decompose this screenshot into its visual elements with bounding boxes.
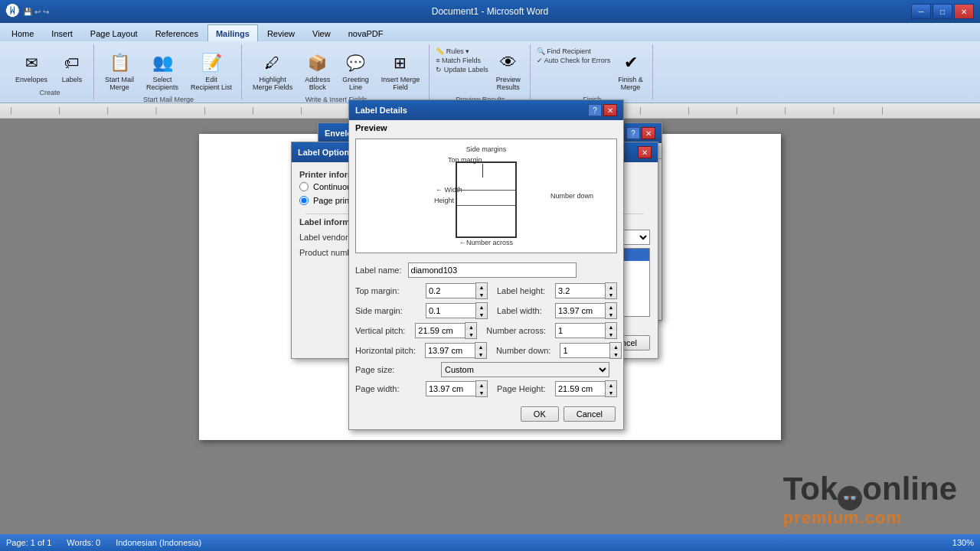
label-width-down-btn[interactable]: ▼: [606, 311, 616, 318]
vertical-pitch-down-btn[interactable]: ▼: [466, 331, 476, 338]
label-height-down-btn[interactable]: ▼: [606, 291, 616, 298]
preview-results-icon: 👁: [496, 51, 521, 75]
select-recipients-label: SelectRecipients: [146, 76, 178, 91]
horizontal-pitch-spinner[interactable]: ▲ ▼: [425, 342, 487, 359]
label-height-input[interactable]: [555, 283, 605, 298]
side-margin-spinner[interactable]: ▲ ▼: [426, 302, 488, 319]
label-height-up-btn[interactable]: ▲: [606, 283, 616, 291]
label-details-title: Label Details: [355, 106, 407, 115]
envelopes-icon: ✉: [19, 51, 44, 75]
number-down-down-btn[interactable]: ▼: [610, 350, 621, 358]
side-margin-input[interactable]: [426, 303, 475, 318]
number-down-up-btn[interactable]: ▲: [610, 343, 621, 350]
tab-home[interactable]: Home: [3, 24, 42, 41]
number-down-label-text: Number down:: [496, 346, 551, 355]
page-width-up-btn[interactable]: ▲: [476, 381, 487, 389]
address-block-icon: 📦: [305, 51, 330, 75]
top-margin-spinner[interactable]: ▲ ▼: [426, 282, 488, 299]
page-height-spinner[interactable]: ▲ ▼: [555, 380, 617, 397]
finish-merge-button[interactable]: ✔ Finish &Merge: [613, 47, 648, 94]
row-page-size: Page size: Custom A4 Letter Legal: [355, 362, 617, 377]
envelopes-help-button[interactable]: ?: [626, 127, 640, 139]
title-bar-left: 🅦 💾 ↩ ↪: [6, 4, 49, 20]
rules-item[interactable]: 📏 Rules ▾: [436, 47, 488, 55]
auto-check-item[interactable]: ✓ Auto Check for Errors: [537, 57, 611, 64]
page-size-select[interactable]: Custom A4 Letter Legal: [441, 362, 609, 377]
vertical-pitch-input[interactable]: [415, 323, 465, 338]
greeting-line-button[interactable]: 💬 GreetingLine: [338, 47, 374, 94]
edit-recipient-list-icon: 📝: [199, 51, 224, 75]
number-down-spinner[interactable]: ▲ ▼: [560, 342, 622, 359]
tab-view[interactable]: View: [304, 24, 339, 41]
top-margin-down-btn[interactable]: ▼: [476, 291, 487, 298]
label-details-close-button[interactable]: ✕: [603, 104, 617, 116]
top-margin-input[interactable]: [426, 283, 475, 298]
ribbon-group-preview: 📏 Rules ▾ ≡ Match Fields ↻ Update Labels…: [431, 44, 531, 99]
label-details-title-bar: Label Details ? ✕: [349, 100, 623, 120]
label-width-up-btn[interactable]: ▲: [606, 303, 616, 311]
start-mail-merge-button[interactable]: 📋 Start MailMerge: [100, 47, 139, 94]
tab-references[interactable]: References: [147, 24, 207, 41]
envelopes-button[interactable]: ✉ Envelopes: [11, 47, 52, 86]
insert-merge-field-button[interactable]: ⊞ Insert MergeField: [377, 47, 425, 94]
continuous-feed-radio[interactable]: [299, 182, 309, 191]
preview-label-text: Preview: [355, 123, 387, 132]
side-margin-up-btn[interactable]: ▲: [476, 303, 487, 311]
tab-review[interactable]: Review: [259, 24, 303, 41]
label-details-dialog: Label Details ? ✕ Preview Side margins T…: [348, 99, 624, 430]
address-block-button[interactable]: 📦 AddressBlock: [300, 47, 335, 94]
close-button[interactable]: ✕: [954, 4, 974, 19]
vertical-pitch-spinner[interactable]: ▲ ▼: [415, 322, 477, 339]
label-details-ok-button[interactable]: OK: [521, 406, 559, 422]
label-rect: ← Width Height: [456, 161, 517, 238]
label-width-input[interactable]: [555, 303, 605, 318]
ribbon-tab-bar: Home Insert Page Layout References Maili…: [0, 23, 980, 41]
tab-mailings[interactable]: Mailings: [207, 24, 258, 41]
ribbon-group-items-preview: 📏 Rules ▾ ≡ Match Fields ↻ Update Labels…: [436, 47, 525, 94]
label-options-close-button[interactable]: ✕: [638, 146, 652, 158]
group-mail-merge-label: Start Mail Merge: [143, 96, 194, 103]
select-recipients-button[interactable]: 👥 SelectRecipients: [142, 47, 183, 94]
side-margin-down-btn[interactable]: ▼: [476, 311, 487, 318]
labels-button[interactable]: 🏷 Labels: [55, 47, 89, 86]
page-height-down-btn[interactable]: ▼: [606, 389, 616, 396]
horizontal-pitch-up-btn[interactable]: ▲: [475, 343, 486, 350]
number-down-input[interactable]: [560, 343, 609, 358]
preview-results-button[interactable]: 👁 PreviewResults: [492, 47, 525, 94]
envelopes-close-button[interactable]: ✕: [642, 127, 655, 139]
edit-recipient-list-button[interactable]: 📝 EditRecipient List: [186, 47, 237, 94]
envelopes-label: Envelopes: [15, 76, 47, 83]
label-details-cancel-button[interactable]: Cancel: [564, 406, 616, 422]
highlight-merge-fields-button[interactable]: 🖊 HighlightMerge Fields: [248, 47, 297, 94]
page-width-spinner[interactable]: ▲ ▼: [426, 380, 488, 397]
label-width-spinner[interactable]: ▲ ▼: [555, 302, 617, 319]
page-printers-radio[interactable]: [299, 196, 309, 205]
tab-novapdf[interactable]: novaPDF: [340, 24, 392, 41]
minimize-button[interactable]: ─: [911, 4, 931, 19]
vertical-pitch-up-btn[interactable]: ▲: [466, 323, 476, 331]
ribbon-group-finish: 🔍 Find Recipient ✓ Auto Check for Errors…: [532, 44, 653, 99]
start-mail-merge-icon: 📋: [107, 51, 132, 75]
status-bar: Page: 1 of 1 Words: 0 Indonesian (Indone…: [0, 534, 980, 551]
page-height-up-btn[interactable]: ▲: [606, 381, 616, 389]
label-height-spinner[interactable]: ▲ ▼: [555, 282, 617, 299]
label-name-input[interactable]: [408, 262, 577, 278]
number-across-up-btn[interactable]: ▲: [606, 323, 616, 331]
update-labels-item[interactable]: ↻ Update Labels: [436, 66, 488, 73]
page-width-input[interactable]: [426, 381, 475, 396]
match-fields-item[interactable]: ≡ Match Fields: [436, 57, 488, 64]
tab-insert[interactable]: Insert: [43, 24, 81, 41]
maximize-button[interactable]: □: [933, 4, 952, 19]
top-margin-up-btn[interactable]: ▲: [476, 283, 487, 291]
number-across-input[interactable]: [555, 323, 605, 338]
find-recipient-item[interactable]: 🔍 Find Recipient: [537, 47, 611, 55]
number-across-spinner[interactable]: ▲ ▼: [555, 322, 617, 339]
horizontal-pitch-down-btn[interactable]: ▼: [475, 350, 486, 358]
page-height-input[interactable]: [555, 381, 605, 396]
tab-page-layout[interactable]: Page Layout: [82, 24, 146, 41]
number-across-down-btn[interactable]: ▼: [606, 331, 616, 338]
label-height-label-text: Label height:: [497, 286, 546, 295]
page-width-down-btn[interactable]: ▼: [476, 389, 487, 396]
label-details-help-button[interactable]: ?: [588, 104, 602, 116]
horizontal-pitch-input[interactable]: [425, 343, 475, 358]
